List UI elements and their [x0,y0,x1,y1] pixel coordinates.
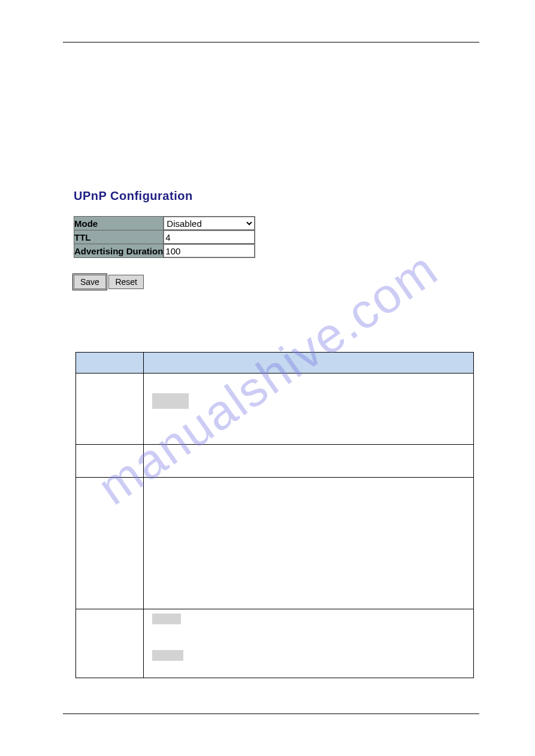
mode-select[interactable]: Disabled [164,217,255,230]
description-table-wrap [75,352,473,678]
adv-duration-input[interactable] [164,244,255,257]
ttl-input[interactable] [164,230,255,244]
desc-row2-col1 [76,445,144,478]
gray-placeholder-1 [152,393,189,409]
desc-row3-col1 [76,478,144,609]
top-rule [63,42,479,42]
desc-header-col2 [144,353,474,374]
mode-label: Mode [74,217,164,230]
upnp-config-table: Mode Disabled TTL Advertising Duration [74,216,255,258]
ttl-label: TTL [74,230,164,244]
upnp-title: UPnP Configuration [74,189,255,203]
reset-button[interactable]: Reset [108,275,144,289]
adv-duration-label: Advertising Duration [74,244,164,258]
description-table [75,352,474,678]
upnp-config-panel: UPnP Configuration Mode Disabled TTL Adv… [74,189,255,289]
gray-placeholder-3 [152,650,183,661]
save-button[interactable]: Save [74,275,106,289]
desc-row3-col2 [144,478,474,609]
desc-row2-col2 [144,445,474,478]
desc-row1-col1 [76,374,144,445]
gray-placeholder-2 [152,614,181,624]
desc-row4-col2 [144,609,474,678]
bottom-rule [63,714,479,714]
desc-header-col1 [76,353,144,374]
desc-row1-col2 [144,374,474,445]
desc-row4-col1 [76,609,144,678]
